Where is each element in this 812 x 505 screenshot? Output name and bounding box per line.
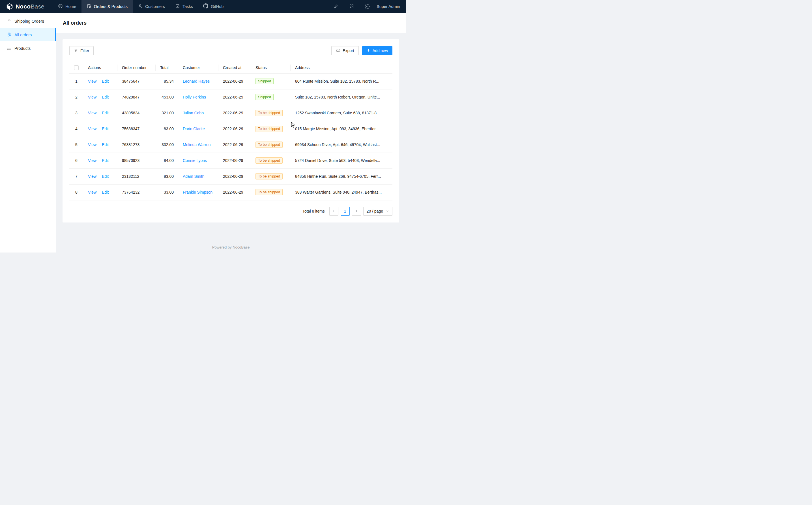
table-row: 6 ViewEdit 98570923 84.00 Connie Lyons 2… xyxy=(69,153,392,168)
arrow-up-icon xyxy=(7,19,11,24)
address-cell: 5724 Daniel Drive, Suite 563, 54403, Wen… xyxy=(291,153,384,168)
table-row: 4 ViewEdit 75638347 83.00 Darin Clarke 2… xyxy=(69,121,392,137)
table-row: 8 ViewEdit 73764232 33.00 Frankie Simpso… xyxy=(69,184,392,200)
status-cell: To be shipped xyxy=(251,153,291,168)
list-icon xyxy=(7,46,11,51)
row-index: 5 xyxy=(69,137,83,153)
column-header-total: Total xyxy=(156,62,178,73)
select-all-checkbox[interactable] xyxy=(74,65,79,70)
nav-item-customers[interactable]: Customers xyxy=(133,0,170,13)
add-new-button[interactable]: Add new xyxy=(362,46,392,55)
created-at-cell: 2022-06-29 xyxy=(218,168,251,184)
toolbar-right: Export Add new xyxy=(331,46,392,55)
sidebar-item-shipping-orders[interactable]: Shipping Orders xyxy=(0,15,56,28)
address-cell: 69934 Schoen River, Apt. 646, 49704, Wal… xyxy=(291,137,384,153)
filter-button[interactable]: Filter xyxy=(69,46,94,55)
view-link[interactable]: View xyxy=(88,95,96,99)
export-button[interactable]: Export xyxy=(331,46,358,55)
edit-link[interactable]: Edit xyxy=(102,95,109,99)
settings-gear-icon[interactable] xyxy=(365,4,370,9)
customer-cell: Darin Clarke xyxy=(178,121,218,137)
total-cell: 84.00 xyxy=(156,153,178,168)
table-row: 5 ViewEdit 76381273 332.00 Melinda Warre… xyxy=(69,137,392,153)
sidebar-item-products[interactable]: Products xyxy=(0,42,56,55)
column-header-customer: Customer xyxy=(178,62,218,73)
row-index: 7 xyxy=(69,168,83,184)
edit-link[interactable]: Edit xyxy=(102,142,109,147)
chevron-right-icon xyxy=(355,209,358,213)
nav-item-label: Customers xyxy=(145,4,165,9)
pagination-page-1[interactable]: 1 xyxy=(341,207,350,216)
action-divider xyxy=(99,143,99,147)
address-cell: Suite 182, 15783, North Robert, Oregon, … xyxy=(291,89,384,105)
view-link[interactable]: View xyxy=(88,142,96,147)
total-cell: 83.00 xyxy=(156,121,178,137)
address-cell: 84856 Hirthe Run, Suite 268, 94754-6705,… xyxy=(291,168,384,184)
status-cell: To be shipped xyxy=(251,105,291,121)
pagination: Total 8 items 1 xyxy=(69,207,392,216)
total-cell: 453.00 xyxy=(156,89,178,105)
pagination-next-button[interactable] xyxy=(352,207,361,216)
customer-link[interactable]: Adam Smith xyxy=(183,174,204,179)
action-divider xyxy=(99,96,99,99)
customer-cell: Leonard Hayes xyxy=(178,73,218,89)
main-menu: Home Orders & Products xyxy=(53,0,229,13)
created-at-cell: 2022-06-29 xyxy=(218,73,251,89)
edit-link[interactable]: Edit xyxy=(102,190,109,194)
nav-item-github[interactable]: GitHub xyxy=(198,0,229,13)
address-cell: 383 Walter Gardens, Suite 040, 24947, Be… xyxy=(291,184,384,200)
customer-link[interactable]: Melinda Warren xyxy=(183,142,211,147)
page-size-select[interactable]: 20 / page xyxy=(363,207,392,216)
pagination-prev-button[interactable] xyxy=(329,207,338,216)
status-badge: Shipped xyxy=(256,94,274,100)
view-link[interactable]: View xyxy=(88,174,96,179)
nav-item-orders-products[interactable]: Orders & Products xyxy=(81,0,133,13)
view-link[interactable]: View xyxy=(88,158,96,163)
created-at-cell: 2022-06-29 xyxy=(218,184,251,200)
edit-link[interactable]: Edit xyxy=(102,174,109,179)
view-link[interactable]: View xyxy=(88,190,96,194)
customer-link[interactable]: Holly Perkins xyxy=(183,95,206,99)
status-badge: To be shipped xyxy=(256,110,283,116)
status-cell: To be shipped xyxy=(251,137,291,153)
edit-link[interactable]: Edit xyxy=(102,127,109,131)
action-divider xyxy=(99,79,99,83)
column-header-status: Status xyxy=(251,62,291,73)
check-square-icon xyxy=(175,4,180,9)
edit-link[interactable]: Edit xyxy=(102,79,109,83)
edit-link[interactable]: Edit xyxy=(102,111,109,115)
nav-item-tasks[interactable]: Tasks xyxy=(170,0,198,13)
chevron-down-icon xyxy=(386,209,389,213)
nav-item-home[interactable]: Home xyxy=(53,0,81,13)
customer-link[interactable]: Frankie Simpson xyxy=(183,190,213,194)
action-divider xyxy=(99,159,99,163)
user-menu[interactable]: Super Admin xyxy=(376,4,400,9)
order-number-cell: 75638347 xyxy=(117,121,156,137)
customer-link[interactable]: Leonard Hayes xyxy=(183,79,210,83)
view-link[interactable]: View xyxy=(88,127,96,131)
customer-link[interactable]: Julian Cobb xyxy=(183,111,204,115)
row-actions: ViewEdit xyxy=(83,73,117,89)
sidebar-item-label: Shipping Orders xyxy=(14,19,44,23)
customer-link[interactable]: Connie Lyons xyxy=(183,158,207,163)
table-row: 2 ViewEdit 74829847 453.00 Holly Perkins… xyxy=(69,89,392,105)
view-link[interactable]: View xyxy=(88,111,96,115)
row-actions: ViewEdit xyxy=(83,153,117,168)
edit-link[interactable]: Edit xyxy=(102,158,109,163)
nav-right: Super Admin xyxy=(333,0,406,13)
row-index: 2 xyxy=(69,89,83,105)
row-index: 8 xyxy=(69,184,83,200)
status-cell: To be shipped xyxy=(251,184,291,200)
order-number-cell: 76381273 xyxy=(117,137,156,153)
sidebar-item-all-orders[interactable]: All orders xyxy=(0,28,56,41)
highlighter-icon[interactable] xyxy=(333,4,338,9)
created-at-cell: 2022-06-29 xyxy=(218,137,251,153)
brand-logo[interactable]: NocoBase xyxy=(0,0,44,13)
column-header-actions: Actions xyxy=(83,62,117,73)
action-divider xyxy=(99,127,99,131)
order-number-cell: 38475647 xyxy=(117,73,156,89)
view-link[interactable]: View xyxy=(88,79,96,83)
customer-link[interactable]: Darin Clarke xyxy=(183,127,205,131)
action-divider xyxy=(99,175,99,179)
add-blocks-icon[interactable] xyxy=(349,4,354,9)
